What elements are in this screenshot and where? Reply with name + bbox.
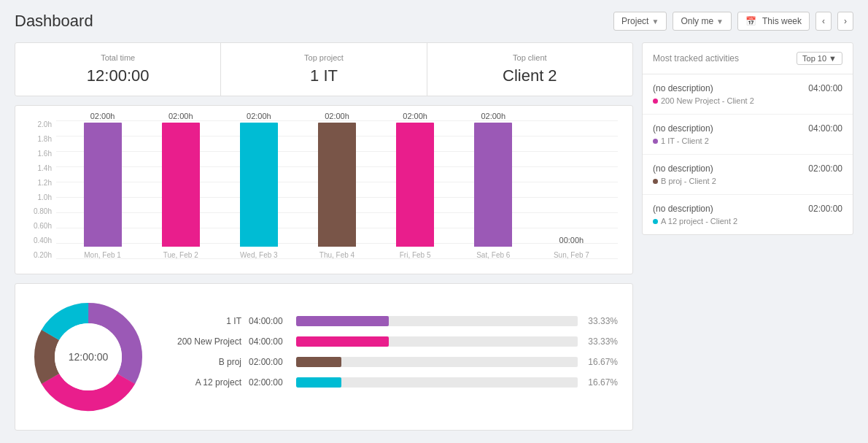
bar-bottom-label: Thu, Feb 4: [319, 251, 354, 259]
top-project-label: Top project: [236, 53, 411, 62]
activity-info: (no description)A 12 project - Client 2: [653, 204, 737, 226]
donut-chart: 12:00:00: [30, 298, 147, 415]
project-dot-icon: [653, 219, 658, 224]
activity-desc: (no description): [653, 163, 716, 174]
activity-project: A 12 project - Client 2: [653, 217, 737, 226]
bar-top-label: 02:00h: [90, 112, 115, 120]
bar: [240, 123, 278, 247]
user-filter-label: Only me: [681, 16, 713, 26]
project-chevron-icon: ▼: [651, 18, 659, 26]
top-client-label: Top client: [442, 53, 618, 62]
activity-desc: (no description): [653, 83, 754, 93]
project-name: B proj: [168, 357, 241, 367]
total-time-label: Total time: [30, 53, 206, 62]
y-axis-label: 2.0h: [30, 120, 56, 128]
project-row: 200 New Project04:00:0033.33%: [168, 336, 618, 347]
activities-card-header: Most tracked activities Top 10 ▼: [643, 43, 853, 74]
bar-top-label: 02:00h: [168, 112, 193, 120]
header-controls: Project ▼ Only me ▼ 📅 This week ‹ ›: [613, 12, 853, 31]
top10-button[interactable]: Top 10 ▼: [797, 52, 842, 65]
y-axis-label: 1.2h: [30, 179, 56, 187]
total-time-value: 12:00:00: [30, 66, 206, 85]
project-filter-label: Project: [621, 16, 648, 26]
project-time: 02:00:00: [249, 357, 289, 367]
activity-info: (no description)1 IT - Client 2: [653, 123, 713, 145]
bar: [318, 123, 356, 247]
project-filter-button[interactable]: Project ▼: [613, 12, 667, 31]
y-axis-label: 1.0h: [30, 193, 56, 201]
activity-project: 1 IT - Client 2: [653, 136, 713, 145]
activity-info: (no description)200 New Project - Client…: [653, 83, 754, 105]
main-layout: Total time 12:00:00 Top project 1 IT Top…: [15, 42, 853, 431]
progress-bar-fill: [296, 377, 341, 388]
user-filter-button[interactable]: Only me ▼: [673, 12, 732, 31]
top10-chevron-icon: ▼: [829, 54, 837, 63]
project-row: A 12 project02:00:0016.67%: [168, 377, 618, 388]
bar-bottom-label: Tue, Feb 2: [163, 251, 198, 259]
right-panel: Most tracked activities Top 10 ▼ (no des…: [642, 42, 853, 431]
user-chevron-icon: ▼: [716, 18, 724, 26]
calendar-icon: 📅: [745, 16, 756, 26]
project-dot-icon: [653, 139, 658, 144]
activity-item: (no description)1 IT - Client 204:00:00: [643, 115, 853, 155]
week-filter-button[interactable]: 📅 This week: [737, 12, 810, 31]
bar-group: 02:00hThu, Feb 4: [298, 120, 376, 259]
activities-list: (no description)200 New Project - Client…: [643, 74, 853, 234]
prev-week-button[interactable]: ‹: [815, 12, 832, 31]
project-time: 04:00:00: [249, 316, 289, 326]
header: Dashboard Project ▼ Only me ▼ 📅 This wee…: [15, 12, 853, 31]
progress-bar-fill: [296, 336, 389, 347]
activity-desc: (no description): [653, 123, 713, 134]
bar-group: 02:00hSat, Feb 6: [454, 120, 532, 259]
y-axis-label: 1.8h: [30, 135, 56, 143]
y-axis-label: 0.80h: [30, 207, 56, 215]
bar-group: 02:00hTue, Feb 2: [142, 120, 220, 259]
top-client-card: Top client Client 2: [427, 43, 632, 96]
bar-bottom-label: Fri, Feb 5: [400, 251, 431, 259]
top-client-value: Client 2: [442, 66, 618, 85]
project-row: B proj02:00:0016.67%: [168, 357, 618, 367]
project-pct: 16.67%: [585, 377, 618, 388]
progress-bar-fill: [296, 357, 341, 367]
bar-bottom-label: Sun, Feb 7: [554, 251, 589, 259]
bar-chart: 0.20h0.40h0.60h0.80h1.0h1.2h1.4h1.6h1.8h…: [30, 120, 618, 266]
progress-bar-wrap: [296, 336, 578, 347]
project-pct: 16.67%: [585, 357, 618, 367]
project-dot-icon: [653, 179, 658, 184]
project-time: 04:00:00: [249, 336, 289, 347]
bar-top-label: 02:00h: [481, 112, 505, 120]
project-pct: 33.33%: [585, 316, 618, 326]
next-week-button[interactable]: ›: [837, 12, 853, 31]
progress-bar-wrap: [296, 377, 578, 388]
bar-bottom-label: Wed, Feb 3: [240, 251, 278, 259]
activity-item: (no description)200 New Project - Client…: [643, 74, 853, 115]
progress-bar-fill: [296, 316, 389, 326]
bar-group: 00:00hSun, Feb 7: [532, 120, 611, 259]
project-name: 200 New Project: [168, 336, 241, 347]
activity-item: (no description)B proj - Client 202:00:0…: [643, 155, 853, 195]
project-dot-icon: [653, 99, 658, 104]
activity-project: B proj - Client 2: [653, 177, 716, 185]
bar: [84, 123, 122, 247]
bar-bottom-label: Mon, Feb 1: [84, 251, 121, 259]
y-axis-label: 0.20h: [30, 251, 56, 259]
bar: [162, 123, 200, 247]
y-axis-label: 1.4h: [30, 164, 56, 172]
top10-label: Top 10: [802, 54, 826, 63]
activity-time: 02:00:00: [808, 204, 842, 214]
bar-group: 02:00hFri, Feb 5: [376, 120, 454, 259]
bar-top-label: 00:00h: [559, 236, 584, 244]
progress-bar-wrap: [296, 316, 578, 326]
project-table: 1 IT04:00:0033.33%200 New Project04:00:0…: [168, 316, 618, 398]
project-name: A 12 project: [168, 377, 241, 388]
bar-group: 02:00hMon, Feb 1: [63, 120, 142, 259]
project-pct: 33.33%: [585, 336, 618, 347]
donut-center-label: 12:00:00: [69, 351, 109, 363]
week-filter-label: This week: [762, 16, 802, 26]
bar-top-label: 02:00h: [247, 112, 271, 120]
y-axis-label: 0.60h: [30, 222, 56, 230]
top-project-value: 1 IT: [236, 66, 411, 85]
top-project-card: Top project 1 IT: [221, 43, 427, 96]
bars-container: 02:00hMon, Feb 102:00hTue, Feb 202:00hWe…: [56, 120, 618, 259]
activities-card: Most tracked activities Top 10 ▼ (no des…: [642, 42, 853, 235]
